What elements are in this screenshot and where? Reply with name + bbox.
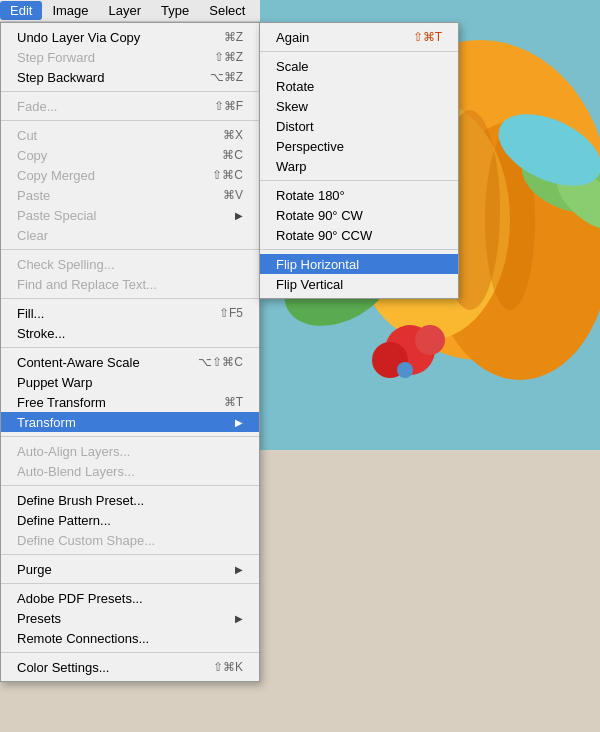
menu-bar-layer[interactable]: Layer [99,1,152,20]
sep-6 [1,436,259,437]
submenu-sep-2 [260,180,458,181]
submenu-distort[interactable]: Distort [260,116,458,136]
menu-bar-select[interactable]: Select [199,1,255,20]
menu-find-replace[interactable]: Find and Replace Text... [1,274,259,294]
menu-step-backward[interactable]: Step Backward ⌥⌘Z [1,67,259,87]
submenu-again[interactable]: Again ⇧⌘T [260,27,458,47]
menu-presets-label: Presets [17,611,61,626]
submenu-rotate-90ccw[interactable]: Rotate 90° CCW [260,225,458,245]
sep-8 [1,554,259,555]
menu-define-pattern-label: Define Pattern... [17,513,111,528]
menu-remote-label: Remote Connections... [17,631,149,646]
menu-auto-blend[interactable]: Auto-Blend Layers... [1,461,259,481]
menu-stroke[interactable]: Stroke... [1,323,259,343]
submenu-again-shortcut: ⇧⌘T [413,30,442,44]
menu-clear[interactable]: Clear [1,225,259,245]
menu-auto-align[interactable]: Auto-Align Layers... [1,441,259,461]
edit-dropdown: Undo Layer Via Copy ⌘Z Step Forward ⇧⌘Z … [0,22,260,682]
submenu-flip-h-label: Flip Horizontal [276,257,359,272]
submenu-skew-label: Skew [276,99,308,114]
menu-copy-shortcut: ⌘C [222,148,243,162]
submenu-distort-label: Distort [276,119,314,134]
menu-adobe-pdf[interactable]: Adobe PDF Presets... [1,588,259,608]
menu-puppet-warp-label: Puppet Warp [17,375,92,390]
menu-check-spelling-label: Check Spelling... [17,257,115,272]
submenu-rotate-label: Rotate [276,79,314,94]
transform-arrow: ▶ [235,417,243,428]
menu-color-settings[interactable]: Color Settings... ⇧⌘K [1,657,259,677]
submenu-rotate-180-label: Rotate 180° [276,188,345,203]
submenu-rotate-90ccw-label: Rotate 90° CCW [276,228,372,243]
menu-free-transform[interactable]: Free Transform ⌘T [1,392,259,412]
menu-undo-shortcut: ⌘Z [224,30,243,44]
submenu-rotate-180[interactable]: Rotate 180° [260,185,458,205]
menu-undo-label: Undo Layer Via Copy [17,30,140,45]
menu-step-backward-shortcut: ⌥⌘Z [210,70,243,84]
submenu-skew[interactable]: Skew [260,96,458,116]
menu-paste-special-label: Paste Special [17,208,97,223]
submenu-scale[interactable]: Scale [260,56,458,76]
submenu-sep-3 [260,249,458,250]
menu-step-forward-shortcut: ⇧⌘Z [214,50,243,64]
submenu-flip-h[interactable]: Flip Horizontal [260,254,458,274]
menu-define-custom-label: Define Custom Shape... [17,533,155,548]
submenu-perspective[interactable]: Perspective [260,136,458,156]
menu-copy-merged[interactable]: Copy Merged ⇧⌘C [1,165,259,185]
presets-arrow: ▶ [235,613,243,624]
menu-paste[interactable]: Paste ⌘V [1,185,259,205]
paste-special-arrow: ▶ [235,210,243,221]
menu-copy[interactable]: Copy ⌘C [1,145,259,165]
menu-puppet-warp[interactable]: Puppet Warp [1,372,259,392]
menu-step-forward-label: Step Forward [17,50,95,65]
submenu-perspective-label: Perspective [276,139,344,154]
menu-fill-label: Fill... [17,306,44,321]
menu-check-spelling[interactable]: Check Spelling... [1,254,259,274]
sep-2 [1,120,259,121]
menu-paste-special[interactable]: Paste Special ▶ [1,205,259,225]
menu-define-pattern[interactable]: Define Pattern... [1,510,259,530]
menu-bar-edit[interactable]: Edit [0,1,42,20]
menu-content-aware[interactable]: Content-Aware Scale ⌥⇧⌘C [1,352,259,372]
menu-copy-merged-shortcut: ⇧⌘C [212,168,243,182]
menu-step-forward[interactable]: Step Forward ⇧⌘Z [1,47,259,67]
menu-define-custom[interactable]: Define Custom Shape... [1,530,259,550]
svg-point-12 [415,325,445,355]
menu-transform-label: Transform [17,415,76,430]
purge-arrow: ▶ [235,564,243,575]
menu-define-brush[interactable]: Define Brush Preset... [1,490,259,510]
sep-3 [1,249,259,250]
submenu-warp-label: Warp [276,159,307,174]
submenu-warp[interactable]: Warp [260,156,458,176]
menu-bar-image[interactable]: Image [42,1,98,20]
submenu-rotate[interactable]: Rotate [260,76,458,96]
menu-define-brush-label: Define Brush Preset... [17,493,144,508]
menu-step-backward-label: Step Backward [17,70,104,85]
menu-purge[interactable]: Purge ▶ [1,559,259,579]
menu-clear-label: Clear [17,228,48,243]
menu-bar-type[interactable]: Type [151,1,199,20]
menu-content-aware-label: Content-Aware Scale [17,355,140,370]
submenu-rotate-90cw-label: Rotate 90° CW [276,208,363,223]
transform-submenu: Again ⇧⌘T Scale Rotate Skew Distort Pers… [259,22,459,299]
menu-free-transform-label: Free Transform [17,395,106,410]
submenu-flip-v[interactable]: Flip Vertical [260,274,458,294]
menu-fade[interactable]: Fade... ⇧⌘F [1,96,259,116]
menu-undo[interactable]: Undo Layer Via Copy ⌘Z [1,27,259,47]
menu-presets[interactable]: Presets ▶ [1,608,259,628]
menu-fade-shortcut: ⇧⌘F [214,99,243,113]
menu-paste-shortcut: ⌘V [223,188,243,202]
submenu-again-label: Again [276,30,309,45]
submenu-rotate-90cw[interactable]: Rotate 90° CW [260,205,458,225]
menu-stroke-label: Stroke... [17,326,65,341]
menu-transform[interactable]: Transform ▶ [1,412,259,432]
menu-cut[interactable]: Cut ⌘X [1,125,259,145]
menu-copy-merged-label: Copy Merged [17,168,95,183]
menu-color-settings-shortcut: ⇧⌘K [213,660,243,674]
menu-content-aware-shortcut: ⌥⇧⌘C [198,355,243,369]
menu-cut-shortcut: ⌘X [223,128,243,142]
submenu-scale-label: Scale [276,59,309,74]
menu-fill[interactable]: Fill... ⇧F5 [1,303,259,323]
menu-remote[interactable]: Remote Connections... [1,628,259,648]
svg-point-15 [397,362,413,378]
submenu-sep-1 [260,51,458,52]
